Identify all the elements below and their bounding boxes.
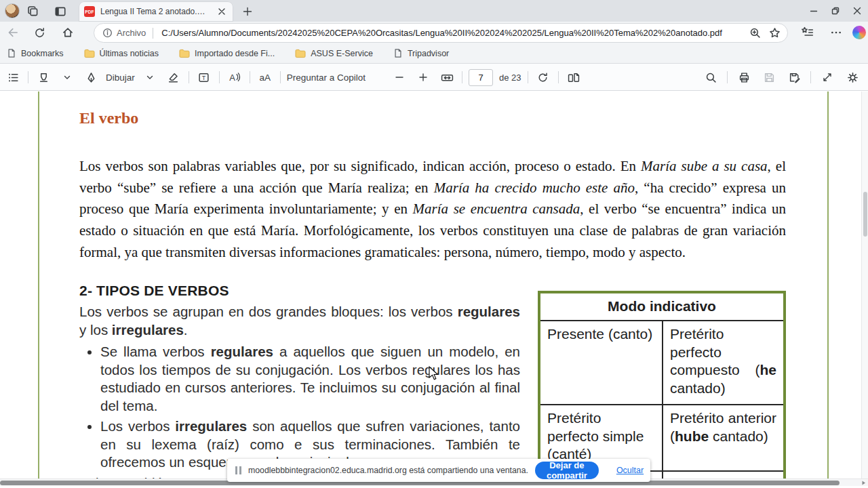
page-number-input[interactable]	[469, 69, 493, 86]
new-tab-button[interactable]	[240, 4, 255, 19]
bookmark-item-tripadvisor[interactable]: Tripadvisor	[393, 48, 449, 58]
table-row: Presente (canto) Pretérito perfecto comp…	[540, 321, 783, 405]
translate-button[interactable]: aA	[256, 68, 274, 86]
page-border-line-right	[827, 92, 829, 479]
zoom-in-button[interactable]	[414, 68, 432, 86]
back-icon	[7, 26, 19, 39]
minus-icon	[395, 73, 404, 82]
draw-options-button[interactable]	[141, 68, 159, 86]
screen-share-banner: moodlebbbintegracion02.educa.madrid.org …	[227, 459, 650, 482]
fit-to-width-button[interactable]	[438, 68, 456, 86]
pdf-favicon: PDF	[84, 6, 95, 17]
search-icon	[705, 72, 717, 83]
save-button-disabled	[760, 68, 778, 86]
browser-tab-pdf[interactable]: PDF Lengua II Tema 2 anotado.pdf	[79, 1, 233, 22]
refresh-button[interactable]	[31, 24, 48, 41]
folder-icon	[295, 49, 306, 58]
bookmark-folder-ultimas-noticias[interactable]: Últimas noticias	[84, 49, 159, 58]
eraser-icon	[167, 72, 179, 83]
document-left-column: 2- TIPOS DE VERBOS Los verbos se agrupan…	[79, 283, 520, 479]
pdf-settings-button[interactable]	[844, 68, 861, 86]
minimize-button[interactable]	[803, 0, 825, 22]
text-glyph: T	[202, 74, 206, 81]
vertical-scrollbar[interactable]	[861, 92, 868, 479]
mouse-cursor	[429, 366, 439, 380]
bookmark-label: Últimas noticias	[100, 49, 159, 58]
favorites-list-icon	[802, 26, 814, 39]
fit-width-icon	[441, 72, 454, 83]
workspaces-button[interactable]	[26, 4, 41, 19]
rotate-button[interactable]	[534, 68, 552, 86]
profile-avatar[interactable]	[5, 3, 20, 18]
bookmark-folder-importado[interactable]: Importado desde Fi...	[179, 49, 275, 58]
bookmark-folder-asus-eservice[interactable]: ASUS E-Service	[295, 49, 373, 58]
back-button[interactable]	[4, 24, 22, 41]
tab-layout-button[interactable]	[53, 4, 68, 19]
table-cell: Pretérito perfecto compuesto (he cantado…	[662, 321, 783, 404]
add-text-button[interactable]: T	[195, 68, 213, 86]
favorite-this-page-button[interactable]	[769, 27, 781, 39]
browser-navbar: Archivo C:/Users/Alumno/Documents/202420…	[0, 22, 868, 43]
print-button[interactable]	[735, 68, 753, 86]
ask-copilot-button[interactable]: Preguntar a Copilot	[287, 73, 366, 83]
plus-icon	[418, 73, 428, 82]
tab-layout-icon	[54, 5, 66, 18]
refresh-icon	[34, 27, 45, 39]
pdf-page: El verbo Los verbos son palabras variabl…	[0, 92, 868, 479]
read-aloud-icon: A	[229, 71, 241, 83]
settings-menu-button[interactable]	[827, 24, 845, 41]
favorites-button[interactable]	[799, 24, 816, 41]
stop-sharing-button[interactable]: Dejar de compartir	[535, 462, 599, 479]
minimize-icon	[810, 7, 818, 15]
address-bar[interactable]: Archivo C:/Users/Alumno/Documents/202420…	[94, 23, 788, 43]
highlight-options-button[interactable]	[58, 68, 76, 86]
toolbar-divider	[558, 71, 559, 83]
home-icon	[62, 26, 74, 39]
copilot-button[interactable]	[850, 24, 868, 41]
scroll-right-arrow-icon[interactable]	[861, 481, 866, 485]
bookmark-label: ASUS E-Service	[311, 49, 373, 58]
two-page-view-icon	[568, 72, 580, 83]
save-icon	[764, 72, 775, 83]
toolbar-divider	[28, 71, 28, 83]
search-document-button[interactable]	[702, 68, 719, 86]
draw-button[interactable]	[82, 68, 100, 86]
vertical-scrollbar-thumb[interactable]	[863, 192, 867, 237]
folder-icon	[84, 49, 95, 58]
page-view-button[interactable]	[565, 68, 583, 86]
table-title: Modo indicativo	[540, 293, 783, 321]
workspaces-icon	[27, 5, 39, 18]
close-window-button[interactable]	[846, 0, 868, 22]
save-as-icon	[789, 72, 800, 83]
erase-button[interactable]	[165, 68, 182, 86]
read-aloud-button[interactable]: A	[226, 68, 243, 86]
hide-banner-link[interactable]: Ocultar	[616, 466, 644, 475]
bookmarks-bar: Bookmarks Últimas noticias Importado des…	[0, 43, 868, 64]
toolbar-divider	[727, 71, 728, 83]
zoom-out-button[interactable]	[391, 68, 408, 86]
text-box-icon: T	[198, 72, 210, 83]
save-as-button[interactable]	[785, 68, 803, 86]
home-button[interactable]	[59, 24, 77, 41]
restore-button[interactable]	[825, 0, 846, 22]
fullscreen-button[interactable]	[818, 68, 836, 86]
document-heading: El verbo	[79, 109, 138, 127]
star-icon	[769, 27, 781, 39]
toolbar-divider	[280, 71, 281, 83]
pen-icon	[85, 72, 97, 83]
bookmark-item-bookmarks[interactable]: Bookmarks	[7, 48, 64, 58]
table-of-contents-icon	[7, 72, 19, 83]
document-intro-paragraph: Los verbos son palabras variables que, p…	[79, 156, 786, 264]
table-cell: Pretérito plus-	[662, 472, 783, 479]
plus-icon	[243, 7, 252, 16]
copilot-icon	[852, 26, 866, 39]
toolbar-divider	[189, 71, 189, 83]
highlight-button[interactable]	[35, 68, 52, 86]
share-banner-message: moodlebbbintegracion02.educa.madrid.org …	[248, 466, 528, 475]
print-icon	[738, 72, 750, 83]
contents-button[interactable]	[4, 68, 22, 86]
tab-close-button[interactable]	[216, 5, 228, 18]
zoom-page-button[interactable]	[749, 27, 761, 39]
bullet-item: Se llama verbos regulares a aquellos que…	[100, 343, 520, 415]
highlighter-icon	[38, 72, 50, 83]
